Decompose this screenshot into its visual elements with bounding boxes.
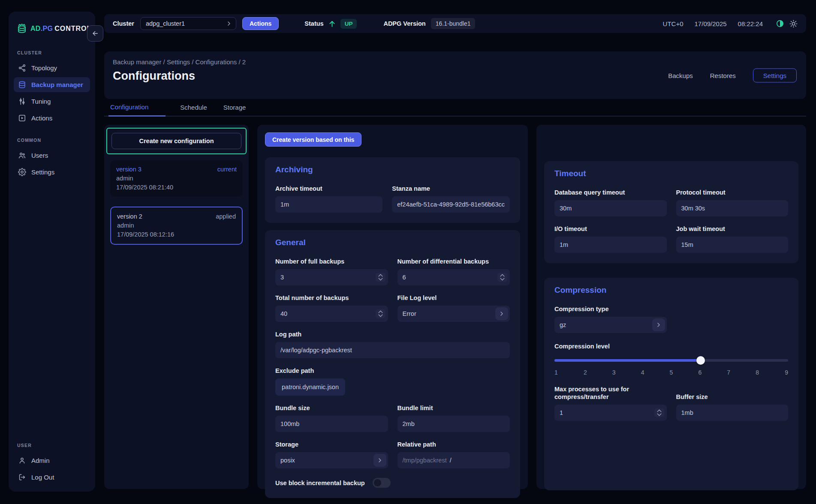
total-backups-value: 40 [280, 310, 287, 317]
buffer-size-input[interactable]: 1mb [676, 405, 789, 421]
theme-contrast-icon[interactable] [776, 19, 784, 28]
tab-storage[interactable]: Storage [222, 104, 248, 116]
tick-label: 5 [669, 369, 674, 376]
backups-button[interactable]: Backups [668, 72, 693, 79]
archive-timeout-input[interactable]: 1m [275, 196, 382, 213]
sidebar-spacer [9, 180, 95, 432]
chevron-right-icon[interactable] [495, 307, 508, 320]
compression-level-label: Compression level [554, 342, 788, 350]
stepper-buttons[interactable] [654, 408, 664, 417]
max-processes-stepper[interactable]: 1 [554, 405, 667, 421]
tab-bar: Configuration Schedule Storage [104, 103, 806, 117]
sidebar-item-actions[interactable]: Actions [14, 111, 90, 126]
sidebar-item-label: Topology [31, 64, 57, 72]
gear-icon [18, 168, 26, 176]
topology-icon [18, 64, 26, 72]
timeout-title: Timeout [554, 169, 788, 178]
bundle-limit-input[interactable]: 2mb [397, 416, 510, 432]
collapse-sidebar-button[interactable] [87, 25, 103, 42]
sidebar-item-settings[interactable]: Settings [14, 165, 90, 180]
cluster-select-value: adpg_cluster1 [146, 20, 226, 27]
version-card-3[interactable]: version 3 current admin 17/09/2025 08:21… [110, 160, 243, 197]
log-path-input[interactable]: /var/log/adpgc-pgbackrest [275, 342, 510, 358]
database-crown-logo-icon [16, 23, 27, 35]
sidebar-item-backup-manager[interactable]: Backup manager [14, 77, 90, 92]
cluster-label: Cluster [113, 20, 134, 27]
io-timeout-value: 1m [560, 241, 568, 248]
stanza-name-input[interactable]: ef24aefb-51ca-4989-92d5-81e56b63cc [392, 196, 510, 213]
create-new-configuration-button[interactable]: Create new configuration [111, 133, 241, 149]
sidebar-item-tuning[interactable]: Tuning [14, 94, 90, 109]
stepper-buttons[interactable] [376, 309, 385, 318]
compression-level-slider[interactable] [554, 356, 788, 365]
chevron-right-icon[interactable] [373, 454, 386, 467]
settings-button[interactable]: Settings [753, 68, 797, 82]
bundle-size-input[interactable]: 100mb [275, 416, 388, 432]
max-processes-label: Max processes to use for compress/transf… [554, 385, 667, 401]
protocol-timeout-value: 30m 30s [681, 205, 705, 212]
full-backups-stepper[interactable]: 3 [275, 269, 388, 285]
bundle-size-label: Bundle size [275, 404, 388, 412]
time-value: 08:22:24 [738, 20, 763, 27]
timeout-card: Timeout Database query timeout 30m Proto… [544, 161, 798, 263]
block-incremental-label: Use block incremental backup [275, 479, 365, 487]
sidebar-item-label: Log Out [31, 474, 54, 481]
chevron-down-icon [378, 278, 383, 281]
io-timeout-input[interactable]: 1m [554, 237, 667, 253]
chevron-down-icon [656, 413, 662, 417]
chevron-right-icon[interactable] [652, 318, 665, 331]
create-configuration-highlight: Create new configuration [106, 128, 247, 154]
tick-label: 1 [554, 369, 559, 376]
chevron-up-icon [500, 274, 505, 277]
cluster-select[interactable]: adpg_cluster1 [140, 17, 236, 30]
logo-ad: AD [30, 25, 41, 32]
file-log-level-select[interactable]: Error [397, 306, 510, 322]
sidebar-item-topology[interactable]: Topology [14, 60, 90, 75]
restores-button[interactable]: Restores [710, 72, 736, 79]
full-backups-value: 3 [280, 274, 284, 281]
sidebar-item-label: Users [31, 152, 48, 159]
compression-level-knob[interactable] [696, 356, 705, 365]
stepper-buttons[interactable] [376, 273, 385, 282]
sidebar-item-users[interactable]: Users [14, 148, 90, 163]
sidebar-item-admin[interactable]: Admin [14, 453, 90, 468]
version-card-2[interactable]: version 2 applied admin 17/09/2025 08:12… [110, 207, 243, 245]
compression-type-select[interactable]: gz [554, 317, 667, 333]
block-incremental-toggle[interactable] [373, 478, 391, 488]
compression-card: Compression Compression type gz Compress… [544, 278, 798, 490]
general-title: General [275, 238, 510, 247]
logo-pg: .PG [41, 25, 53, 32]
version-name: version 2 [117, 212, 142, 221]
adpg-version-badge: 16.1-bundle1 [431, 18, 476, 29]
header-nav: Backups Restores Settings [668, 68, 797, 82]
storage-select[interactable]: posix [275, 452, 388, 468]
chevron-right-icon [226, 20, 232, 27]
status-badge: UP [340, 19, 357, 29]
sun-icon[interactable] [789, 20, 798, 28]
archive-timeout-label: Archive timeout [275, 185, 382, 192]
tab-configuration[interactable]: Configuration [108, 103, 166, 117]
adpg-version-label: ADPG Version [383, 20, 425, 27]
breadcrumb[interactable]: Backup manager / Settings / Configuratio… [113, 58, 798, 66]
file-log-level-value: Error [403, 310, 416, 317]
stepper-buttons[interactable] [497, 273, 507, 282]
create-version-button[interactable]: Create version based on this [265, 132, 361, 147]
diff-backups-stepper[interactable]: 6 [397, 269, 510, 285]
diff-backups-label: Number of differential backups [397, 258, 510, 265]
exclude-path-chip[interactable]: patroni.dynamic.json [275, 378, 345, 396]
sidebar-item-logout[interactable]: Log Out [14, 470, 90, 485]
job-wait-timeout-input[interactable]: 15m [676, 237, 789, 253]
total-backups-stepper[interactable]: 40 [275, 306, 388, 322]
chevron-up-icon [378, 310, 383, 314]
sidebar-item-label: Tuning [31, 98, 51, 105]
protocol-timeout-input[interactable]: 30m 30s [676, 200, 789, 216]
tab-schedule[interactable]: Schedule [178, 104, 209, 116]
relative-path-input[interactable]: /tmp/pgbackrest / [397, 452, 510, 468]
app-window: AD.PGCONTROL CLUSTER Topology Backup man… [0, 0, 816, 504]
archiving-card: Archiving Archive timeout 1m Stanza name… [265, 157, 520, 223]
relative-path-placeholder: /tmp/pgbackrest [403, 457, 447, 464]
db-query-timeout-input[interactable]: 30m [554, 200, 667, 216]
logout-icon [18, 473, 26, 481]
actions-button[interactable]: Actions [242, 17, 279, 30]
db-query-timeout-value: 30m [560, 205, 572, 212]
